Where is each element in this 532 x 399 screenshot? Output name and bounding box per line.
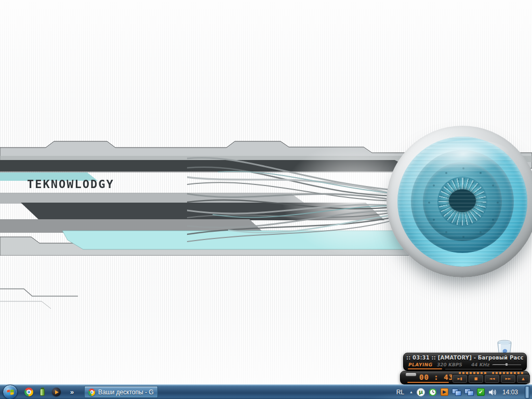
- language-indicator[interactable]: RL: [395, 388, 406, 397]
- player-segment-meter-right: [492, 372, 524, 374]
- wallpaper-lens-eye: [387, 126, 532, 277]
- player-track-title: :: 03:31 :: [AMATORY] - Багровый Рассвет…: [406, 355, 524, 361]
- taskbar: » Ваши десктопы - G... RL ▲ µ ▶ ✔: [0, 384, 532, 399]
- player-divider-line: [445, 369, 522, 369]
- play-pause-button[interactable]: ►▮: [453, 375, 467, 383]
- wallpaper-brand-text: TEKNOWLODGY: [27, 178, 114, 191]
- wallpaper-wires-graphic: [187, 152, 410, 248]
- player-sample-rate: 44 KHz: [471, 362, 490, 367]
- utorrent-icon[interactable]: µ: [417, 388, 425, 396]
- player-info-panel: :: 03:31 :: [AMATORY] - Багровый Рассвет…: [403, 353, 527, 371]
- player-bitrate: 320 KBPS: [436, 362, 462, 367]
- desktop: TEKNOWLODGY: [0, 0, 532, 399]
- security-check-icon[interactable]: ✔: [477, 388, 485, 396]
- aimp-launcher-icon[interactable]: [52, 388, 61, 396]
- taskbar-edge-button[interactable]: [525, 386, 530, 398]
- network-status-icon[interactable]: [452, 389, 461, 396]
- chrome-icon[interactable]: [24, 388, 33, 396]
- wallpaper-accent-shape: [0, 285, 78, 311]
- player-volume-slider[interactable]: [492, 364, 521, 365]
- player-progress-bar[interactable]: [407, 382, 449, 383]
- player-elapsed-time: 00 : 43: [419, 373, 454, 381]
- quick-launch-bar: »: [24, 388, 74, 396]
- start-button[interactable]: [3, 384, 18, 399]
- volume-icon[interactable]: [488, 389, 497, 396]
- stop-button[interactable]: ■: [469, 375, 483, 383]
- forward-button[interactable]: ►►: [501, 375, 515, 383]
- taskbar-window-button[interactable]: Ваши десктопы - G...: [84, 386, 158, 398]
- tray-expand-arrow-icon[interactable]: ▲: [409, 390, 413, 394]
- player-segment-meter-left: [459, 372, 488, 374]
- quick-launch-overflow-chevron[interactable]: »: [70, 388, 74, 396]
- player-status: PLAYING: [408, 362, 433, 367]
- network-status-2-icon[interactable]: [464, 389, 473, 396]
- battery-app-icon[interactable]: [38, 388, 47, 396]
- player-control-panel: 00 : 43 ►▮ ■ ◄◄ ►► ▲: [400, 371, 529, 384]
- task-scheduler-icon[interactable]: [429, 388, 437, 396]
- aimp-tray-icon[interactable]: ▶: [441, 388, 448, 396]
- tray-clock[interactable]: 14:03: [502, 389, 518, 396]
- player-status-underline: [408, 368, 442, 369]
- eject-button[interactable]: ▲: [517, 375, 529, 383]
- windows-flag-icon: [6, 388, 15, 396]
- chrome-icon: [88, 389, 95, 396]
- player-drag-chip[interactable]: [406, 373, 416, 376]
- system-tray: RL ▲ µ ▶ ✔ 14:03: [395, 386, 530, 398]
- rewind-button[interactable]: ◄◄: [485, 375, 499, 383]
- taskbar-window-label: Ваши десктопы - G...: [98, 389, 154, 396]
